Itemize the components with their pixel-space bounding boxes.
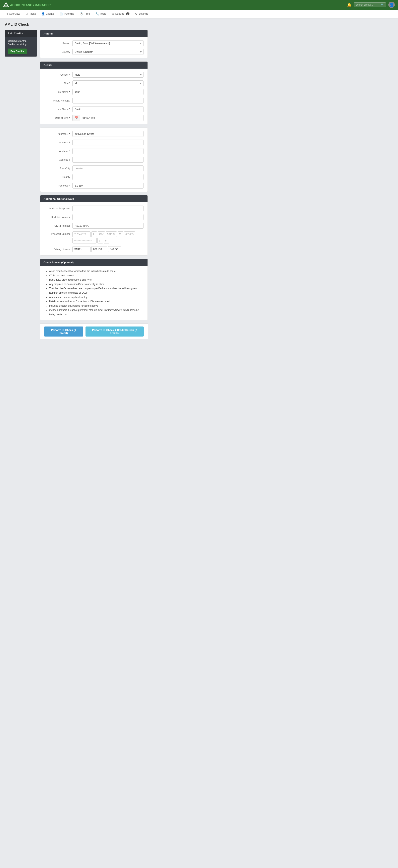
county-row: County [45,174,143,180]
credits-card: AML Credits You have 35 AML Credits rema… [5,30,37,57]
tasks-icon: ☑ [26,12,28,16]
passport-number-input[interactable] [73,231,90,237]
gender-label: Gender [45,73,73,76]
person-label: Person [45,42,73,45]
address-section: Address 1 Address 2 Address 3 Address 4 [40,128,148,192]
sidebar-item-invoicing[interactable]: 📄 Invoicing [57,10,77,19]
bullet-6: Number, amount and dates of CCJs [49,291,143,295]
address3-label: Address 3 [45,150,73,153]
address1-label: Address 1 [45,132,73,135]
credit-screen-body: A soft credit check that won't affect th… [40,266,147,320]
passport-sex-input[interactable] [118,231,123,237]
credit-screen-section: Credit Screen (Optional) A soft credit c… [40,259,148,320]
passport-row-1 [73,231,143,237]
bullet-9: Includes Scottish equivalents for all th… [49,304,143,308]
passport-check1-input[interactable] [91,231,97,237]
app-name: ACCOUNTANCYMANAGER [10,3,51,7]
sidebar-item-settings[interactable]: ⚙ Settings [133,10,150,19]
country-select[interactable]: United Kingdom [73,49,143,55]
address4-input[interactable] [73,157,143,163]
page-title: AML ID Check [5,23,148,27]
sidebar-item-overview[interactable]: ⊞ Overview [3,10,22,19]
address2-input[interactable] [73,140,143,146]
passport-expiry-input[interactable] [124,231,135,237]
dob-wrapper: 📅 [73,115,143,121]
perform-id-button[interactable]: Perform ID Check (1 Credit) [44,327,83,337]
details-header: Details [40,62,147,69]
town-input[interactable] [73,165,143,171]
calendar-icon[interactable]: 📅 [73,115,80,121]
first-name-input[interactable] [73,89,143,95]
last-name-input[interactable] [73,106,143,112]
driving-row: Driving Licence [45,246,143,252]
passport-check3-input[interactable] [104,238,109,244]
sidebar-item-clients[interactable]: 👤 Clients [39,10,56,19]
secondary-nav: ⊞ Overview ☑ Tasks 👤 Clients 📄 Invoicing… [0,10,398,19]
sidebar-item-queued[interactable]: ✉ Queued 5 [109,10,132,19]
driving-surname-input[interactable] [73,246,90,252]
postcode-input[interactable] [73,183,143,188]
layout: AML Credits You have 35 AML Credits rema… [5,30,148,339]
details-section: Details Gender Male Female Title Mr Mrs [40,61,148,124]
page-content: AML ID Check AML Credits You have 35 AML… [0,19,152,343]
address-body: Address 1 Address 2 Address 3 Address 4 [40,128,147,192]
town-row: Town/City [45,165,143,171]
country-row: Country United Kingdom [45,49,143,55]
autofill-section: Auto-fill Person Smith, John [Self Asses… [40,30,148,58]
person-select[interactable]: Smith, John [Self Assessment] [73,40,143,46]
passport-dob-input[interactable] [106,231,117,237]
bullet-3: Bankruptcy order registrations and IVAs [49,278,143,282]
address4-row: Address 4 [45,157,143,163]
person-row: Person Smith, John [Self Assessment] [45,40,143,46]
mobile-input[interactable] [73,214,143,220]
bullet-4: Any disputes or Correction Orders curren… [49,282,143,287]
clients-label: Clients [46,12,54,15]
passport-check2-input[interactable] [97,238,103,244]
driving-label: Driving Licence [45,248,73,251]
invoicing-label: Invoicing [64,12,74,15]
sidebar-item-tools[interactable]: 🔧 Tools [93,10,108,19]
home-tel-input[interactable] [73,206,143,211]
sidebar-item-tasks[interactable]: ☑ Tasks [23,10,38,19]
passport-country-input[interactable] [98,231,105,237]
bullet-2: CCJs past and present [49,274,143,278]
credits-text: You have 35 AML Credits remaining. [8,39,34,46]
sidebar-item-time[interactable]: 🕐 Time [77,10,92,19]
driving-licence-input[interactable] [108,246,121,252]
avatar[interactable]: 👤 [388,2,395,8]
driving-dob-input[interactable] [91,246,107,252]
bell-icon[interactable]: 🔔 [347,3,351,7]
address1-input[interactable] [73,131,143,137]
title-select[interactable]: Mr Mrs Ms Dr [73,81,143,86]
dob-input[interactable] [80,115,143,121]
passport-row-2 [73,238,143,244]
middle-name-label: Middle Name(s) [45,99,73,102]
time-icon: 🕐 [80,12,83,16]
search-input[interactable] [356,3,380,6]
autofill-header: Auto-fill [40,30,147,37]
search-icon: 🔍 [381,3,384,6]
buy-credits-button[interactable]: Buy Credits [8,49,27,54]
overview-icon: ⊞ [6,12,8,16]
perform-id-credit-button[interactable]: Perform ID Check + Credit Screen (2 Cred… [85,327,144,337]
search-box[interactable]: 🔍 [354,2,386,7]
mobile-row: UK Mobile Number [45,214,143,220]
tasks-label: Tasks [29,12,36,15]
sidebar: AML Credits You have 35 AML Credits rema… [5,30,37,339]
ni-input[interactable] [73,223,143,229]
optional-header: Additional Optional Data [40,195,147,203]
ni-row: UK NI Number [45,223,143,229]
first-name-label: First Name [45,91,73,93]
bullet-5: That the client's name has been properly… [49,286,143,291]
address2-row: Address 2 [45,140,143,146]
invoicing-icon: 📄 [59,12,63,16]
gender-select[interactable]: Male Female [73,72,143,78]
passport-mrz-input[interactable] [73,238,96,244]
details-body: Gender Male Female Title Mr Mrs Ms Dr [40,69,147,124]
address3-input[interactable] [73,148,143,154]
county-input[interactable] [73,174,143,180]
last-name-label: Last Name [45,108,73,111]
bullet-10: Please note: It is a legal requirement t… [49,308,143,317]
passport-fields [73,231,143,244]
middle-name-input[interactable] [73,98,143,103]
